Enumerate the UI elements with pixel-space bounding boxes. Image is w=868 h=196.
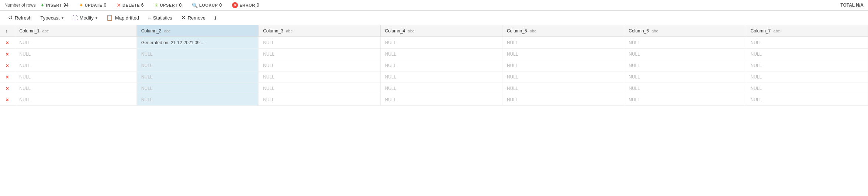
col-column4-header[interactable]: Column_4 abc xyxy=(380,25,502,37)
delete-icon: ✕ xyxy=(117,2,121,8)
cell-col7: NULL xyxy=(746,60,868,71)
insert-icon: ✦ xyxy=(40,2,45,8)
cell-col2: NULL xyxy=(136,83,258,94)
col4-type: abc xyxy=(408,29,415,33)
col3-label: Column_3 xyxy=(263,28,283,34)
cell-col7: NULL xyxy=(746,83,868,94)
cell-col2: NULL xyxy=(136,60,258,71)
col-column7-header[interactable]: Column_7 abc xyxy=(746,25,868,37)
col-column6-header[interactable]: Column_6 abc xyxy=(624,25,746,37)
col-column5-header[interactable]: Column_5 abc xyxy=(502,25,624,37)
delete-stat: ✕ DELETE 6 xyxy=(117,2,154,8)
statistics-icon: ≡ xyxy=(148,15,151,21)
cell-col7: NULL xyxy=(746,49,868,60)
col1-label: Column_1 xyxy=(20,28,40,34)
col-sort-header[interactable]: ↕ xyxy=(0,25,15,37)
col3-type: abc xyxy=(286,29,293,33)
cell-col6: NULL xyxy=(624,83,746,94)
upsert-count: 0 xyxy=(179,3,181,8)
col6-type: abc xyxy=(651,29,658,33)
table-row[interactable]: ×NULLNULLNULLNULLNULLNULLNULL xyxy=(0,83,868,94)
info-button[interactable]: ℹ xyxy=(211,14,220,22)
cell-col2: NULL xyxy=(136,49,258,60)
error-count: 0 xyxy=(257,3,259,8)
total-stat: TOTAL N/A xyxy=(840,3,864,8)
remove-label: Remove xyxy=(188,15,205,21)
cell-col6: NULL xyxy=(624,49,746,60)
col2-label: Column_2 xyxy=(141,28,162,34)
sort-icon: ↕ xyxy=(6,28,8,34)
cell-col1: NULL xyxy=(15,94,136,106)
cell-col5: NULL xyxy=(502,49,624,60)
delete-marker-cell: × xyxy=(0,71,15,83)
cell-col3: NULL xyxy=(259,83,380,94)
cell-col4: NULL xyxy=(380,37,502,49)
stats-bar: Number of rows ✦ INSERT 94 ✦ UPDATE 0 ✕ … xyxy=(0,0,868,11)
remove-button[interactable]: ✕ Remove xyxy=(177,13,209,22)
modify-chevron-icon: ▾ xyxy=(96,16,97,20)
remove-icon: ✕ xyxy=(181,14,186,21)
cell-col4: NULL xyxy=(380,60,502,71)
error-stat: ✕ ERROR 0 xyxy=(232,2,269,8)
cell-col4: NULL xyxy=(380,94,502,106)
typecast-button[interactable]: Typecast ▾ xyxy=(37,14,67,22)
cell-col6: NULL xyxy=(624,60,746,71)
map-drifted-button[interactable]: 📋 Map drifted xyxy=(103,13,143,22)
cell-col3: NULL xyxy=(259,71,380,83)
cell-col6: NULL xyxy=(624,71,746,83)
cell-col1: NULL xyxy=(15,60,136,71)
col7-label: Column_7 xyxy=(751,28,771,34)
cell-col5: NULL xyxy=(502,83,624,94)
modify-button[interactable]: ⛶ Modify ▾ xyxy=(69,13,101,22)
refresh-label: Refresh xyxy=(15,15,32,21)
error-label: ERROR xyxy=(239,3,255,7)
statistics-button[interactable]: ≡ Statistics xyxy=(144,13,176,22)
col6-label: Column_6 xyxy=(629,28,649,34)
insert-label: INSERT xyxy=(46,3,62,7)
col-column3-header[interactable]: Column_3 abc xyxy=(259,25,380,37)
cell-col1: NULL xyxy=(15,49,136,60)
delete-marker-cell: × xyxy=(0,37,15,49)
col7-type: abc xyxy=(774,29,780,33)
cell-col2: Generated on: 21-12-2021 09:... xyxy=(136,37,258,49)
total-label: TOTAL xyxy=(840,3,855,8)
col-column1-header[interactable]: Column_1 abc xyxy=(15,25,136,37)
cell-col1: NULL xyxy=(15,37,136,49)
cell-col3: NULL xyxy=(259,49,380,60)
table-row[interactable]: ×NULLNULLNULLNULLNULLNULLNULL xyxy=(0,49,868,60)
row-label: Number of rows xyxy=(4,3,36,8)
info-icon: ℹ xyxy=(214,15,216,21)
total-count: N/A xyxy=(856,3,864,8)
upsert-stat: ✳ UPSERT 0 xyxy=(154,2,192,8)
col5-type: abc xyxy=(530,29,536,33)
table-container: ↕ Column_1 abc Column_2 abc Column_3 abc… xyxy=(0,25,868,106)
cell-col6: NULL xyxy=(624,37,746,49)
cell-col4: NULL xyxy=(380,83,502,94)
update-label: UPDATE xyxy=(85,3,103,7)
modify-icon: ⛶ xyxy=(72,15,78,21)
refresh-button[interactable]: ↺ Refresh xyxy=(4,13,35,22)
table-row[interactable]: ×NULLNULLNULLNULLNULLNULLNULL xyxy=(0,94,868,106)
cell-col3: NULL xyxy=(259,94,380,106)
table-header-row: ↕ Column_1 abc Column_2 abc Column_3 abc… xyxy=(0,25,868,37)
col-column2-header[interactable]: Column_2 abc xyxy=(136,25,258,37)
cell-col2: NULL xyxy=(136,94,258,106)
cell-col3: NULL xyxy=(259,60,380,71)
cell-col7: NULL xyxy=(746,94,868,106)
cell-col5: NULL xyxy=(502,71,624,83)
table-row[interactable]: ×NULLNULLNULLNULLNULLNULLNULL xyxy=(0,71,868,83)
lookup-label: LOOKUP xyxy=(199,3,218,7)
col1-type: abc xyxy=(42,29,49,33)
insert-stat: ✦ INSERT 94 xyxy=(40,2,79,8)
modify-label: Modify xyxy=(80,15,94,21)
delete-count: 6 xyxy=(141,3,144,8)
delete-marker-cell: × xyxy=(0,60,15,71)
cell-col3: NULL xyxy=(259,37,380,49)
table-row[interactable]: ×NULLGenerated on: 21-12-2021 09:...NULL… xyxy=(0,37,868,49)
delete-label: DELETE xyxy=(122,3,140,7)
cell-col7: NULL xyxy=(746,71,868,83)
col4-label: Column_4 xyxy=(385,28,405,34)
table-row[interactable]: ×NULLNULLNULLNULLNULLNULLNULL xyxy=(0,60,868,71)
upsert-label: UPSERT xyxy=(160,3,178,7)
statistics-label: Statistics xyxy=(153,15,172,21)
